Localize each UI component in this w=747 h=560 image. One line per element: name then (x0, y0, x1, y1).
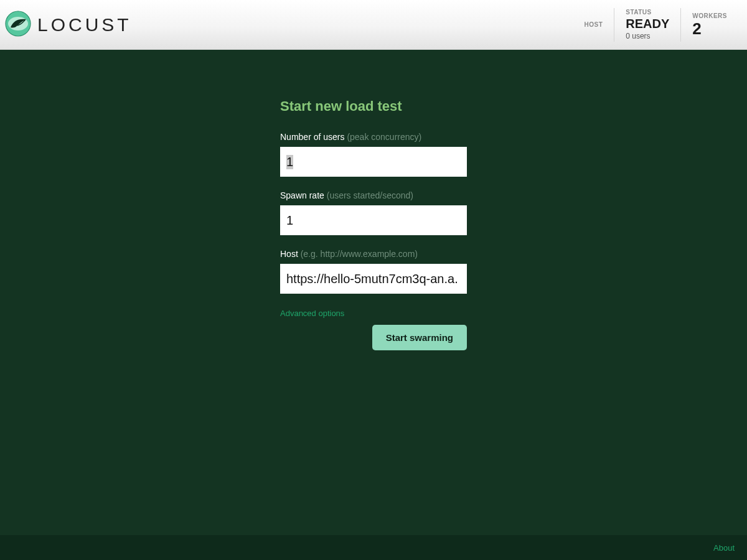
stat-workers: WORKERS 2 (680, 8, 738, 42)
stat-status-value: READY (626, 17, 669, 30)
users-input[interactable] (280, 147, 467, 177)
main-content: Start new load test Number of users (pea… (0, 50, 747, 535)
new-test-form: Start new load test Number of users (pea… (280, 98, 467, 535)
stat-status-sub: 0 users (626, 32, 669, 40)
stat-workers-value: 2 (692, 21, 727, 37)
start-swarming-button[interactable]: Start swarming (372, 325, 467, 350)
spawn-hint: (users started/second) (327, 190, 413, 200)
spawn-label-row: Spawn rate (users started/second) (280, 190, 467, 200)
stat-status-label: STATUS (626, 9, 669, 16)
form-actions: Start swarming (280, 325, 467, 350)
app-footer: About (0, 535, 747, 560)
stat-workers-label: WORKERS (692, 12, 727, 19)
stat-host-label: HOST (584, 21, 603, 28)
users-label: Number of users (280, 132, 344, 142)
users-hint: (peak concurrency) (347, 132, 421, 142)
host-hint: (e.g. http://www.example.com) (301, 249, 418, 259)
locust-logo-icon (5, 11, 31, 39)
spawn-label: Spawn rate (280, 190, 324, 200)
svg-point-3 (24, 19, 26, 21)
host-label: Host (280, 249, 298, 259)
advanced-options-link[interactable]: Advanced options (280, 309, 344, 318)
host-input[interactable] (280, 264, 467, 294)
about-link[interactable]: About (713, 543, 735, 553)
form-title: Start new load test (280, 98, 467, 114)
spawn-rate-input[interactable] (280, 205, 467, 235)
users-label-row: Number of users (peak concurrency) (280, 132, 467, 142)
field-spawn-rate: Spawn rate (users started/second) (280, 190, 467, 235)
field-host: Host (e.g. http://www.example.com) (280, 249, 467, 294)
stat-status: STATUS READY 0 users (614, 8, 680, 42)
app-header: LOCUST HOST STATUS READY 0 users WORKERS… (0, 0, 747, 50)
header-stats: HOST STATUS READY 0 users WORKERS 2 (573, 8, 738, 42)
host-label-row: Host (e.g. http://www.example.com) (280, 249, 467, 259)
brand[interactable]: LOCUST (5, 11, 132, 39)
field-users: Number of users (peak concurrency) (280, 132, 467, 177)
brand-name: LOCUST (37, 14, 132, 35)
stat-host: HOST (573, 8, 614, 42)
